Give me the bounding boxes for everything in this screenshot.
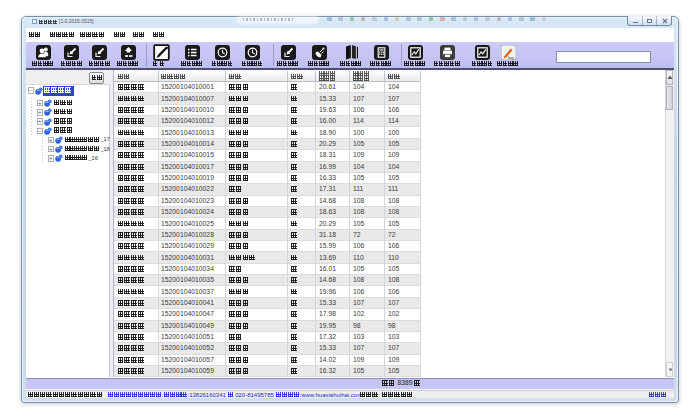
svg-text:log: log [508, 54, 514, 59]
